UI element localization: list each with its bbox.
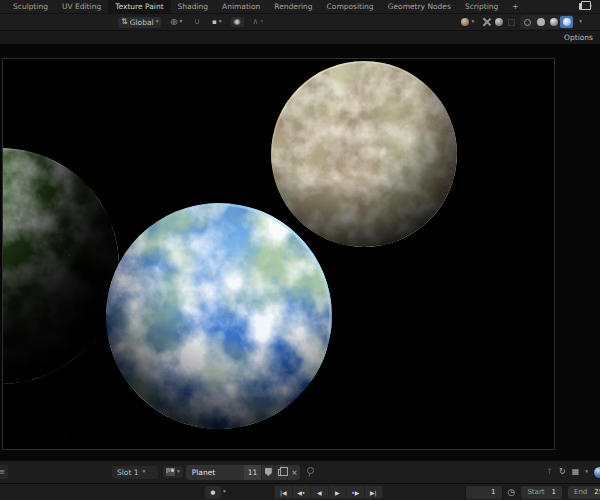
blender-window: SculptingUV EditingTexture PaintShadingA… — [0, 0, 600, 500]
workspace-tab[interactable]: UV Editing — [55, 0, 108, 13]
editor-menu-partial-icon[interactable]: ≡ — [0, 465, 8, 479]
chevron-down-icon: ▾ — [471, 19, 474, 25]
next-keyframe-button[interactable]: •▶ — [347, 486, 364, 498]
timeline-bar: ● ▾ |◀◀•◀▶•▶▶| 1 ◷ Start 1 End 25 — [0, 483, 600, 500]
chevron-down-icon: ▾ — [156, 19, 159, 25]
chevron-down-icon[interactable]: ▾ — [223, 489, 226, 495]
workspace-tab[interactable]: Texture Paint — [108, 0, 170, 13]
falloff-curve-icon: ∧ — [253, 18, 259, 26]
viewport-header: ⇅ Global ▾ ◎ ▾ ∪ ▪ ▾ ◉ ∧ ▾ — [0, 14, 600, 31]
topbar: SculptingUV EditingTexture PaintShadingA… — [0, 0, 600, 14]
pin-icon[interactable] — [305, 466, 313, 478]
image-editor-header-right: ↑ ↻ ▦ ▾ — [546, 467, 600, 478]
slot-label: Slot 1 — [117, 468, 139, 477]
workspace-tab[interactable]: Scripting — [458, 0, 505, 13]
proportional-editing-toggle[interactable]: ◉ — [231, 17, 244, 27]
previous-keyframe-button[interactable]: ◀• — [293, 486, 310, 498]
slot-select[interactable]: Slot 1 ▾ — [112, 466, 158, 479]
editor-type-sphere-icon[interactable] — [594, 467, 600, 478]
chevron-down-icon: ▾ — [143, 469, 146, 475]
users-count-badge[interactable]: 11 — [244, 465, 262, 480]
image-name-field[interactable]: Planet — [186, 465, 244, 480]
workspace-tab[interactable]: Geometry Nodes — [381, 0, 458, 13]
auto-keyframe-button[interactable]: ● — [205, 486, 221, 499]
snap-target-icon: ▪ — [212, 19, 217, 26]
camera-border — [2, 58, 555, 450]
shading-wireframe-button[interactable] — [521, 16, 534, 28]
copy-icon — [278, 469, 284, 476]
star-grain-dense — [3, 209, 213, 449]
new-image-button[interactable] — [274, 465, 287, 480]
display-channels-icon[interactable]: ▦ — [572, 468, 580, 476]
workspace-tab[interactable]: Sculpting — [6, 0, 55, 13]
magnet-icon: ∪ — [194, 18, 200, 26]
viewport-header-right: ▾ ▾ — [458, 15, 600, 29]
brush-preview-dropdown[interactable]: ▾ — [458, 17, 477, 27]
fake-user-button[interactable] — [261, 465, 274, 480]
shield-icon — [265, 468, 272, 476]
frame-start-field[interactable]: Start 1 — [521, 486, 562, 499]
material-sphere-icon — [550, 18, 558, 26]
end-label: End — [574, 488, 587, 496]
options-dropdown[interactable]: Options — [561, 33, 596, 42]
chevron-down-icon[interactable]: ▾ — [579, 19, 582, 25]
snap-target-dropdown[interactable]: ▪ ▾ — [209, 18, 225, 27]
image-editor-header: ≡ Slot 1 ▾ ▾ Planet 11 × ↑ ↻ ▦ — [0, 460, 600, 483]
brush-sphere-icon — [461, 18, 469, 26]
chevron-down-icon: ▾ — [177, 469, 180, 475]
image-icon — [166, 468, 175, 476]
topbar-right: ▾ — [579, 0, 600, 13]
unlink-image-button[interactable]: × — [287, 465, 300, 480]
workspace-tab[interactable]: Shading — [171, 0, 215, 13]
transform-orientation-dropdown[interactable]: ⇅ Global ▾ — [118, 17, 161, 28]
viewport-canvas[interactable] — [0, 45, 600, 460]
start-value: 1 — [552, 488, 556, 496]
chevron-down-icon: ▾ — [179, 19, 182, 25]
workspace-tab[interactable]: Rendering — [267, 0, 319, 13]
stopwatch-icon[interactable]: ◷ — [508, 488, 516, 497]
shading-mode-group — [520, 15, 574, 29]
play-button[interactable]: ▶ — [329, 486, 346, 498]
pivot-point-dropdown[interactable]: ◎ ▾ — [167, 17, 185, 27]
jump-to-start-button[interactable]: |◀ — [275, 486, 292, 498]
current-frame-field[interactable]: 1 — [466, 486, 502, 499]
tool-icon[interactable] — [482, 18, 490, 26]
view-layer-icon[interactable] — [579, 3, 587, 10]
chevron-down-icon: ▾ — [260, 19, 263, 25]
pivot-icon: ◎ — [170, 18, 177, 26]
viewport-header-center: ⇅ Global ▾ ◎ ▾ ∪ ▪ ▾ ◉ ∧ ▾ — [118, 17, 266, 28]
pack-image-icon[interactable]: ↑ — [546, 468, 553, 476]
image-datablock: Planet 11 × — [186, 465, 301, 480]
end-value: 25 — [594, 488, 600, 496]
wireframe-sphere-icon — [524, 19, 531, 26]
refresh-icon[interactable]: ↻ — [559, 468, 566, 476]
frame-end-field[interactable]: End 25 — [568, 486, 600, 499]
tool-settings-bar: Options — [0, 31, 600, 45]
rendered-sphere-icon — [563, 18, 571, 26]
chevron-down-icon: ▾ — [219, 19, 222, 25]
workspace-tab[interactable]: + — [505, 0, 525, 13]
jump-to-end-button[interactable]: ▶| — [365, 486, 382, 498]
timeline-right: 1 ◷ Start 1 End 25 — [466, 486, 600, 499]
shading-solid-button[interactable] — [534, 16, 547, 28]
close-icon: × — [291, 468, 297, 477]
xray-toggle-icon[interactable] — [508, 19, 515, 26]
solid-sphere-icon — [537, 18, 545, 26]
proportional-icon: ◉ — [234, 18, 241, 26]
shading-rendered-button[interactable] — [560, 16, 573, 28]
workspace-tab[interactable]: Animation — [215, 0, 267, 13]
autokey-group: ● ▾ — [205, 486, 226, 499]
play-reverse-button[interactable]: ◀ — [311, 486, 328, 498]
falloff-dropdown[interactable]: ∧ ▾ — [250, 17, 267, 27]
workspace-tab[interactable]: Compositing — [320, 0, 381, 13]
overlays-sphere-icon[interactable] — [495, 18, 503, 26]
start-label: Start — [527, 488, 544, 496]
playback-controls: |◀◀•◀▶•▶▶| — [274, 485, 383, 499]
current-frame-value: 1 — [491, 488, 495, 496]
workspace-tabs: SculptingUV EditingTexture PaintShadingA… — [0, 0, 526, 13]
orientation-label: Global — [130, 18, 154, 27]
snap-toggle[interactable]: ∪ — [191, 17, 203, 27]
chevron-down-icon[interactable]: ▾ — [585, 469, 588, 475]
browse-image-dropdown[interactable]: ▾ — [163, 466, 183, 478]
shading-material-button[interactable] — [547, 16, 560, 28]
